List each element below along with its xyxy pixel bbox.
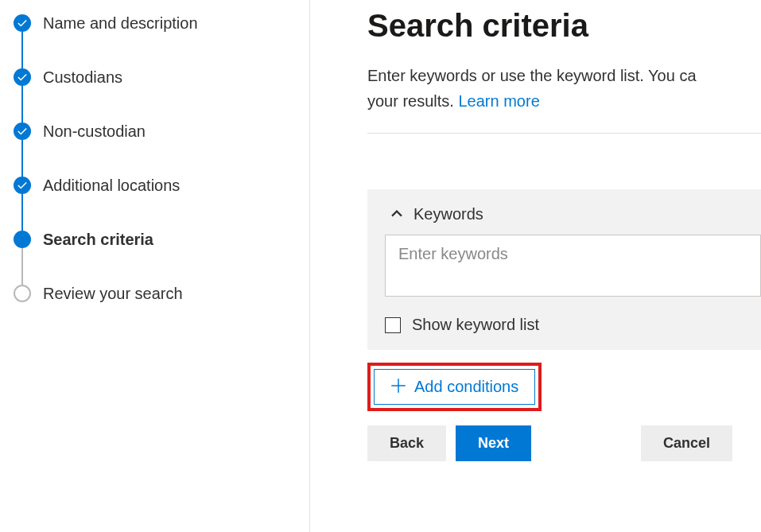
- step-label: Search criteria: [32, 231, 153, 248]
- check-icon: [14, 14, 31, 32]
- active-step-icon: [14, 231, 31, 248]
- pending-step-icon: [14, 285, 31, 302]
- step-additional-locations[interactable]: Additional locations: [13, 177, 309, 231]
- plus-icon: [390, 378, 406, 396]
- step-label: Review your search: [32, 285, 183, 302]
- main-panel: Search criteria Enter keywords or use th…: [310, 0, 761, 532]
- keywords-section: Keywords Show keyword list: [367, 189, 761, 350]
- learn-more-link[interactable]: Learn more: [458, 92, 539, 110]
- page-title: Search criteria: [367, 8, 761, 44]
- add-conditions-button[interactable]: Add conditions: [374, 369, 535, 405]
- next-button[interactable]: Next: [456, 425, 531, 461]
- step-label: Additional locations: [32, 177, 180, 194]
- show-keyword-list-checkbox[interactable]: [385, 317, 401, 333]
- check-icon: [14, 122, 31, 140]
- step-label: Non-custodian: [32, 122, 146, 140]
- keywords-toggle[interactable]: Keywords: [367, 189, 761, 235]
- wizard-steps: Name and description Custodians: [0, 0, 310, 532]
- keywords-label: Keywords: [414, 205, 483, 223]
- step-non-custodian[interactable]: Non-custodian: [13, 122, 309, 177]
- page-description: Enter keywords or use the keyword list. …: [367, 63, 761, 114]
- highlight-annotation: Add conditions: [367, 363, 542, 411]
- show-keyword-list-label: Show keyword list: [412, 316, 539, 334]
- cancel-button[interactable]: Cancel: [641, 425, 732, 461]
- step-label: Name and description: [32, 14, 198, 32]
- back-button[interactable]: Back: [367, 425, 446, 461]
- keywords-input[interactable]: [385, 235, 761, 297]
- step-label: Custodians: [32, 68, 122, 86]
- chevron-up-icon: [390, 206, 404, 223]
- step-search-criteria[interactable]: Search criteria: [13, 231, 309, 285]
- divider: [367, 133, 761, 134]
- button-row: Back Next Cancel: [367, 425, 761, 461]
- step-name-description[interactable]: Name and description: [13, 14, 309, 68]
- check-icon: [14, 68, 31, 86]
- check-icon: [14, 177, 31, 194]
- step-review-search[interactable]: Review your search: [13, 285, 309, 302]
- step-custodians[interactable]: Custodians: [13, 68, 309, 122]
